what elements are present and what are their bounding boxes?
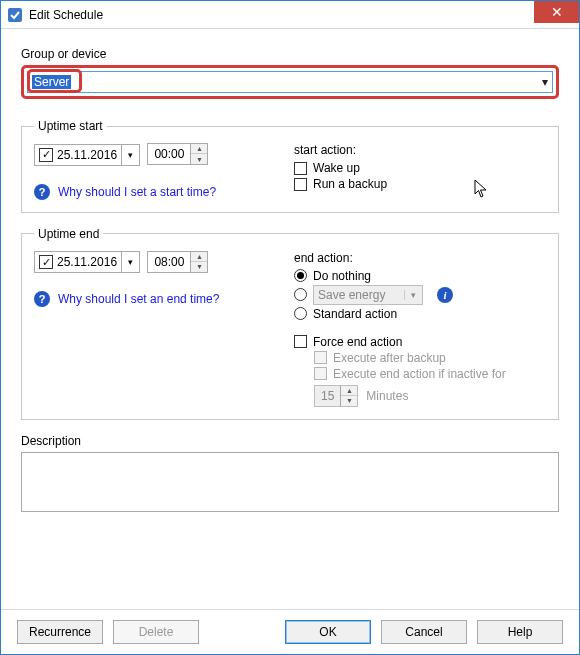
force-end-checkbox[interactable]: Force end action bbox=[294, 335, 546, 349]
exec-inactive-checkbox: Execute end action if inactive for bbox=[314, 367, 546, 381]
standard-action-label: Standard action bbox=[313, 307, 397, 321]
start-help-text: Why should I set a start time? bbox=[58, 185, 216, 199]
start-help-link[interactable]: ? Why should I set a start time? bbox=[34, 184, 294, 200]
force-end-label: Force end action bbox=[313, 335, 402, 349]
end-help-text: Why should I set an end time? bbox=[58, 292, 219, 306]
button-bar: Recurrence Delete OK Cancel Help bbox=[1, 609, 579, 654]
standard-action-radio[interactable]: Standard action bbox=[294, 307, 546, 321]
start-action-label: start action: bbox=[294, 143, 546, 157]
exec-inactive-label: Execute end action if inactive for bbox=[333, 367, 506, 381]
checkbox-icon bbox=[294, 335, 307, 348]
radio-icon bbox=[294, 307, 307, 320]
start-time-picker[interactable]: 00:00 ▲ ▼ bbox=[147, 143, 208, 165]
ok-button[interactable]: OK bbox=[285, 620, 371, 644]
do-nothing-label: Do nothing bbox=[313, 269, 371, 283]
step-down-icon[interactable]: ▼ bbox=[191, 154, 207, 164]
run-backup-label: Run a backup bbox=[313, 177, 387, 191]
group-device-highlight: Server ▾ bbox=[21, 65, 559, 99]
end-time-picker[interactable]: 08:00 ▲ ▼ bbox=[147, 251, 208, 273]
run-backup-checkbox[interactable]: Run a backup bbox=[294, 177, 546, 191]
group-device-label: Group or device bbox=[21, 47, 559, 61]
minutes-stepper: 15 ▲ ▼ bbox=[314, 385, 358, 407]
start-time-stepper[interactable]: ▲ ▼ bbox=[190, 144, 207, 164]
minutes-spin: ▲ ▼ bbox=[340, 386, 357, 406]
dialog-content: Group or device Server ▾ Uptime start ✓ … bbox=[1, 29, 579, 609]
info-icon[interactable]: i bbox=[437, 287, 453, 303]
exec-after-backup-label: Execute after backup bbox=[333, 351, 446, 365]
recurrence-button[interactable]: Recurrence bbox=[17, 620, 103, 644]
start-date-value: 25.11.2016 bbox=[57, 148, 121, 162]
window-title: Edit Schedule bbox=[29, 8, 103, 22]
end-time-stepper[interactable]: ▲ ▼ bbox=[190, 252, 207, 272]
save-energy-select[interactable]: Save energy ▾ bbox=[313, 285, 423, 305]
help-button[interactable]: Help bbox=[477, 620, 563, 644]
uptime-start-panel: Uptime start ✓ 25.11.2016 ▾ 00:00 ▲ ▼ bbox=[21, 119, 559, 213]
uptime-end-legend: Uptime end bbox=[34, 227, 103, 241]
checkbox-icon bbox=[294, 162, 307, 175]
svg-rect-0 bbox=[8, 8, 22, 22]
chevron-down-icon: ▾ bbox=[538, 75, 552, 89]
app-icon bbox=[7, 7, 23, 23]
start-date-checkbox[interactable]: ✓ bbox=[39, 148, 53, 162]
end-time-value: 08:00 bbox=[148, 255, 190, 269]
radio-icon bbox=[294, 288, 307, 301]
uptime-start-legend: Uptime start bbox=[34, 119, 107, 133]
group-device-value: Server bbox=[32, 75, 71, 89]
radio-icon bbox=[294, 269, 307, 282]
checkbox-icon bbox=[314, 367, 327, 380]
step-up-icon[interactable]: ▲ bbox=[191, 252, 207, 262]
help-icon: ? bbox=[34, 291, 50, 307]
step-up-icon[interactable]: ▲ bbox=[191, 144, 207, 154]
cancel-button[interactable]: Cancel bbox=[381, 620, 467, 644]
start-date-picker[interactable]: ✓ 25.11.2016 ▾ bbox=[34, 144, 140, 166]
uptime-end-panel: Uptime end ✓ 25.11.2016 ▾ 08:00 ▲ ▼ bbox=[21, 227, 559, 420]
step-down-icon: ▼ bbox=[341, 396, 357, 406]
save-energy-value: Save energy bbox=[318, 288, 385, 302]
close-icon: ✕ bbox=[551, 4, 563, 20]
end-date-value: 25.11.2016 bbox=[57, 255, 121, 269]
description-label: Description bbox=[21, 434, 559, 448]
description-textarea[interactable] bbox=[21, 452, 559, 512]
minutes-row: 15 ▲ ▼ Minutes bbox=[314, 385, 546, 407]
step-up-icon: ▲ bbox=[341, 386, 357, 396]
end-date-picker[interactable]: ✓ 25.11.2016 ▾ bbox=[34, 251, 140, 273]
wake-up-label: Wake up bbox=[313, 161, 360, 175]
chevron-down-icon: ▾ bbox=[404, 290, 422, 300]
minutes-value: 15 bbox=[315, 389, 340, 403]
start-time-value: 00:00 bbox=[148, 147, 190, 161]
checkbox-icon bbox=[314, 351, 327, 364]
wake-up-checkbox[interactable]: Wake up bbox=[294, 161, 546, 175]
step-down-icon[interactable]: ▼ bbox=[191, 262, 207, 272]
dialog-window: Edit Schedule ✕ Group or device Server ▾… bbox=[0, 0, 580, 655]
end-date-checkbox[interactable]: ✓ bbox=[39, 255, 53, 269]
chevron-down-icon[interactable]: ▾ bbox=[121, 145, 139, 165]
end-action-label: end action: bbox=[294, 251, 546, 265]
close-button[interactable]: ✕ bbox=[534, 1, 579, 23]
exec-after-backup-checkbox: Execute after backup bbox=[314, 351, 546, 365]
end-help-link[interactable]: ? Why should I set an end time? bbox=[34, 291, 294, 307]
minutes-label: Minutes bbox=[366, 389, 408, 403]
chevron-down-icon[interactable]: ▾ bbox=[121, 252, 139, 272]
delete-button: Delete bbox=[113, 620, 199, 644]
save-energy-radio[interactable]: Save energy ▾ i bbox=[294, 285, 546, 305]
help-icon: ? bbox=[34, 184, 50, 200]
checkbox-icon bbox=[294, 178, 307, 191]
group-device-select[interactable]: Server ▾ bbox=[27, 71, 553, 93]
titlebar: Edit Schedule ✕ bbox=[1, 1, 579, 29]
do-nothing-radio[interactable]: Do nothing bbox=[294, 269, 546, 283]
